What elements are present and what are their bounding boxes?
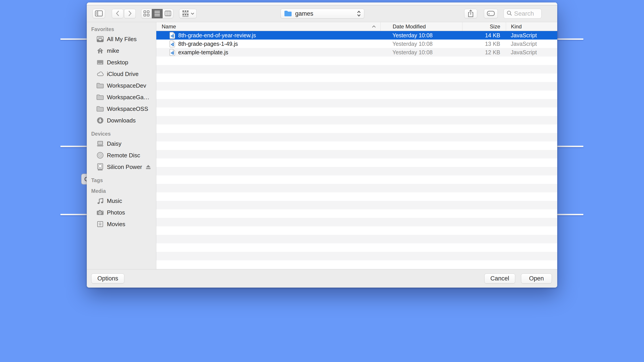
- sidebar-toggle-button[interactable]: [92, 9, 105, 18]
- column-header-name[interactable]: Name: [156, 22, 380, 31]
- sidebar-item-silicon-power[interactable]: Silicon Power: [87, 161, 156, 173]
- folder-icon: [96, 105, 104, 113]
- sidebar-item-remote-disc[interactable]: Remote Disc: [87, 149, 156, 161]
- download-circle-icon: [96, 116, 104, 124]
- file-date: Yesterday 10:08: [392, 41, 433, 47]
- desktop-line: [557, 146, 584, 147]
- dialog-content: Favorites All My Files: [87, 22, 557, 269]
- javascript-file-icon: [169, 40, 175, 48]
- file-kind: JavaScript: [511, 49, 537, 56]
- sidebar-item-desktop[interactable]: Desktop: [87, 56, 156, 68]
- sidebar-item-label: Music: [107, 198, 122, 204]
- sidebar-item-music[interactable]: Music: [87, 195, 156, 207]
- file-name: 8th-grade-pages-1-49.js: [178, 41, 238, 47]
- share-button[interactable]: [464, 9, 477, 18]
- file-name: example-template.js: [178, 49, 228, 56]
- view-mode-segmented-control: [141, 9, 173, 18]
- tag-icon: [487, 11, 495, 17]
- column-header-date-modified[interactable]: Date Modified: [380, 22, 462, 31]
- sidebar-item-workspacedev[interactable]: WorkspaceDev: [87, 80, 156, 91]
- sidebar-item-workspaceoss[interactable]: WorkspaceOSS: [87, 103, 156, 115]
- sidebar: Favorites All My Files: [87, 22, 156, 269]
- desktop-line: [557, 214, 584, 215]
- dialog-titlebar: [87, 2, 557, 5]
- camera-icon: [96, 209, 104, 217]
- forward-button[interactable]: [124, 9, 136, 18]
- search-field[interactable]: [504, 9, 542, 18]
- file-size: 13 KB: [485, 41, 500, 47]
- cancel-button[interactable]: Cancel: [484, 274, 515, 284]
- disc-icon: [96, 151, 104, 159]
- sidebar-item-label: Movies: [107, 221, 125, 228]
- sidebar-item-downloads[interactable]: Downloads: [87, 115, 156, 126]
- current-folder-popup[interactable]: games: [281, 9, 364, 18]
- folder-icon: [96, 81, 104, 90]
- sidebar-item-label: Desktop: [107, 59, 128, 66]
- chevron-right-icon: [128, 10, 132, 17]
- nav-buttons: [112, 9, 136, 18]
- item-arrangement-button[interactable]: [179, 9, 196, 18]
- sidebar-section-tags: Tags: [91, 177, 156, 183]
- sidebar-item-icloud-drive[interactable]: iCloud Drive: [87, 68, 156, 80]
- sidebar-item-daisy[interactable]: Daisy: [87, 138, 156, 149]
- popup-chevrons-icon: [357, 10, 361, 17]
- folder-icon: [96, 93, 104, 101]
- file-row[interactable]: example-template.js Yesterday 10:08 12 K…: [156, 48, 557, 56]
- javascript-file-icon: [169, 49, 175, 56]
- icon-view-button[interactable]: [141, 9, 152, 18]
- column-header-size[interactable]: Size: [462, 22, 506, 31]
- sidebar-item-label: mike: [107, 47, 119, 54]
- file-kind: JavaScript: [511, 41, 537, 47]
- sidebar-toggle-icon: [95, 10, 103, 17]
- chevron-down-icon: [191, 12, 194, 15]
- search-input[interactable]: [514, 10, 539, 17]
- sidebar-section-devices: Devices: [91, 131, 156, 137]
- film-icon: [96, 220, 104, 228]
- sidebar-item-home[interactable]: mike: [87, 45, 156, 56]
- chevron-left-icon: [116, 10, 120, 17]
- music-note-icon: [96, 197, 104, 205]
- file-size: 12 KB: [485, 49, 500, 56]
- eject-icon[interactable]: [145, 164, 151, 170]
- sidebar-item-label: WorkspaceGa…: [107, 94, 149, 101]
- folder-icon: [284, 10, 292, 17]
- sidebar-item-label: Remote Disc: [107, 152, 140, 159]
- sidebar-item-all-my-files[interactable]: All My Files: [87, 33, 156, 45]
- sidebar-item-workspacega[interactable]: WorkspaceGa…: [87, 91, 156, 103]
- tag-button[interactable]: [484, 9, 498, 18]
- options-button[interactable]: Options: [91, 274, 124, 284]
- sidebar-item-photos[interactable]: Photos: [87, 207, 156, 218]
- sidebar-section-favorites: Favorites: [91, 26, 156, 32]
- list-icon: [154, 10, 160, 17]
- file-kind: JavaScript: [511, 32, 537, 39]
- desktop-line: [60, 38, 87, 40]
- dialog-footer: Options Cancel Open: [87, 269, 557, 288]
- desktop-line: [557, 38, 584, 40]
- sidebar-item-label: All My Files: [107, 36, 137, 43]
- current-folder-label: games: [295, 10, 313, 17]
- sidebar-item-label: WorkspaceOSS: [107, 105, 148, 112]
- toolbar-right-group: [464, 9, 542, 18]
- column-view-button[interactable]: [162, 9, 173, 18]
- sidebar-item-movies[interactable]: Movies: [87, 218, 156, 230]
- list-view-button[interactable]: [152, 9, 162, 18]
- file-date: Yesterday 10:08: [392, 32, 433, 39]
- tray-icon: [96, 35, 104, 43]
- share-icon: [467, 9, 474, 18]
- columns-icon: [164, 10, 171, 17]
- sidebar-section-media: Media: [91, 188, 156, 194]
- desktop: { "toolbar": { "sidebar_toggle_icon": "s…: [0, 0, 644, 362]
- file-row[interactable]: 8th-grade-pages-1-49.js Yesterday 10:08 …: [156, 39, 557, 48]
- sidebar-item-label: Daisy: [107, 140, 122, 147]
- file-list: Name Date Modified Size Kind: [156, 22, 557, 269]
- sidebar-item-label: Photos: [107, 209, 125, 216]
- open-button[interactable]: Open: [521, 274, 552, 284]
- file-row[interactable]: 8th-grade-end-of-year-review.js Yesterda…: [156, 31, 557, 39]
- home-icon: [96, 47, 104, 55]
- external-drive-icon: [96, 163, 104, 171]
- back-button[interactable]: [112, 9, 124, 18]
- column-header-kind[interactable]: Kind: [506, 22, 557, 31]
- toolbar: games: [87, 5, 557, 22]
- magnifier-icon: [506, 10, 512, 17]
- file-size: 14 KB: [485, 32, 500, 39]
